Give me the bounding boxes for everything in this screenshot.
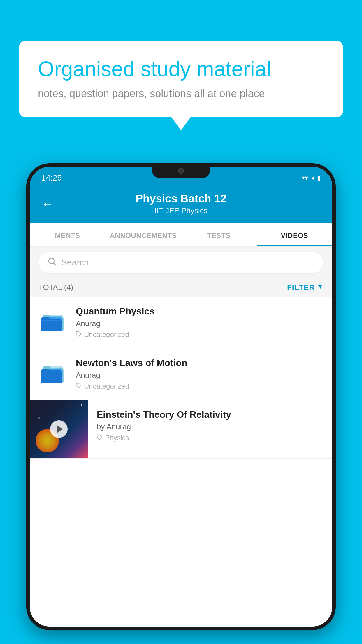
phone-screen: 14:29 ▾▾ ◂ ▮ ← Physics Batch 12 IIT JEE … [30, 167, 332, 626]
tab-announcements[interactable]: ANNOUNCEMENTS [106, 223, 181, 246]
search-bar[interactable]: Search [38, 252, 324, 273]
camera-dot [178, 168, 184, 174]
signal-icon: ◂ [311, 174, 314, 182]
tabs-bar: MENTS ANNOUNCEMENTS TESTS VIDEOS [30, 223, 332, 247]
video-title: Quantum Physics [76, 306, 324, 317]
search-placeholder: Search [61, 258, 89, 267]
video-tag: Uncategorized [76, 382, 324, 390]
app-header: ← Physics Batch 12 IIT JEE Physics [30, 187, 332, 223]
speech-bubble: Organised study material notes, question… [19, 41, 343, 117]
video-author: Anurag [76, 371, 324, 380]
search-icon [47, 257, 57, 268]
search-bar-container: Search [30, 247, 332, 278]
play-triangle-icon [57, 425, 63, 433]
bubble-subtitle: notes, question papers, solutions all at… [38, 88, 324, 100]
phone-outer: 14:29 ▾▾ ◂ ▮ ← Physics Batch 12 IIT JEE … [26, 163, 336, 630]
header-subtitle: IIT JEE Physics [59, 206, 303, 215]
list-item[interactable]: Quantum Physics Anurag Uncategorized [30, 297, 332, 348]
video-title: Newton's Laws of Motion [76, 358, 324, 368]
filter-button[interactable]: FILTER [287, 283, 324, 292]
video-folder-icon [38, 358, 68, 387]
status-icons: ▾▾ ◂ ▮ [302, 174, 321, 182]
filter-label: FILTER [287, 283, 315, 292]
bubble-title: Organised study material [38, 57, 324, 81]
video-info: Newton's Laws of Motion Anurag Uncategor… [76, 358, 324, 390]
video-author: by Anurag [97, 422, 324, 431]
tag-label: Uncategorized [84, 382, 129, 390]
tag-icon [76, 330, 82, 339]
filter-bar: TOTAL (4) FILTER [30, 278, 332, 297]
tab-ments[interactable]: MENTS [30, 223, 106, 246]
header-title: Physics Batch 12 [59, 192, 303, 205]
tab-videos[interactable]: VIDEOS [257, 223, 333, 246]
video-tag: Physics [97, 434, 324, 442]
header-text: Physics Batch 12 IIT JEE Physics [59, 192, 303, 215]
video-info: Quantum Physics Anurag Uncategorized [76, 306, 324, 339]
video-info: Einstein's Theory Of Relativity by Anura… [88, 400, 332, 451]
video-tag: Uncategorized [76, 330, 324, 339]
speech-bubble-container: Organised study material notes, question… [19, 41, 343, 117]
tag-label: Uncategorized [84, 330, 129, 339]
video-title: Einstein's Theory Of Relativity [97, 409, 324, 420]
video-list: Quantum Physics Anurag Uncategorized [30, 297, 332, 459]
wifi-icon: ▾▾ [302, 174, 308, 182]
phone-notch [152, 163, 210, 178]
battery-icon: ▮ [317, 174, 321, 182]
list-item[interactable]: Newton's Laws of Motion Anurag Uncategor… [30, 348, 332, 400]
list-item[interactable]: Einstein's Theory Of Relativity by Anura… [30, 400, 332, 459]
svg-point-0 [49, 258, 54, 264]
tag-label: Physics [105, 434, 129, 442]
tag-icon [76, 382, 82, 390]
back-button[interactable]: ← [41, 198, 54, 210]
tab-tests[interactable]: TESTS [181, 223, 257, 246]
phone-container: 14:29 ▾▾ ◂ ▮ ← Physics Batch 12 IIT JEE … [26, 163, 336, 644]
filter-funnel-icon [317, 283, 324, 292]
status-time: 14:29 [41, 173, 62, 183]
video-thumbnail [30, 400, 88, 458]
total-count: TOTAL (4) [38, 283, 73, 292]
video-author: Anurag [76, 319, 324, 328]
tag-icon [97, 434, 103, 442]
svg-line-1 [54, 263, 56, 265]
video-folder-icon [38, 306, 68, 335]
play-button[interactable] [50, 420, 68, 438]
